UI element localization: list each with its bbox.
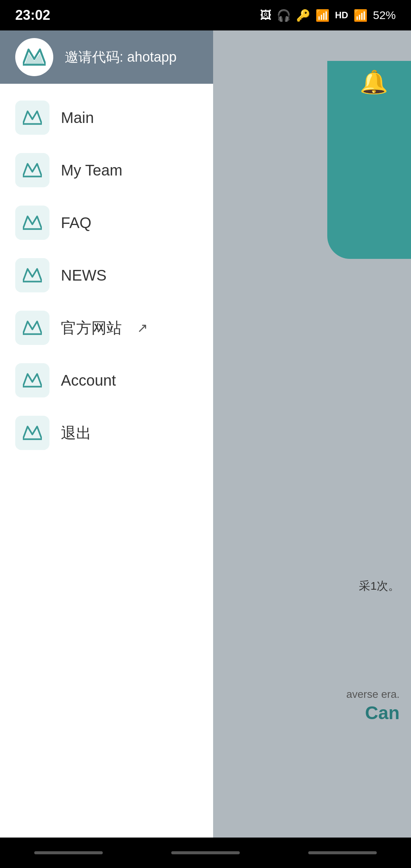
status-bar: 23:02 🖼 🎧 🔑 📶 HD 📶 52% (0, 0, 411, 30)
news-logo-icon (23, 267, 42, 283)
official-site-logo-icon (23, 320, 42, 336)
svg-marker-8 (23, 426, 42, 439)
svg-marker-7 (23, 374, 42, 386)
menu-label-account: Account (61, 372, 116, 389)
bg-text-2: averse era. (346, 688, 400, 700)
key-icon: 🔑 (296, 9, 310, 22)
menu-label-my-team: My Team (61, 162, 123, 179)
svg-marker-5 (23, 269, 42, 281)
menu-item-logout[interactable]: 退出 (0, 407, 213, 459)
menu-item-official-site[interactable]: 官方网站 ↗ (0, 302, 213, 354)
navigation-drawer: 邀请代码: ahotapp Main My Team (0, 30, 213, 838)
menu-label-news: NEWS (61, 267, 107, 284)
menu-item-my-team[interactable]: My Team (0, 144, 213, 196)
faq-logo-icon (23, 215, 42, 231)
svg-marker-2 (23, 111, 42, 124)
svg-marker-6 (23, 321, 42, 334)
menu-icon-news (15, 258, 49, 292)
image-icon: 🖼 (260, 9, 271, 22)
status-icons: 🖼 🎧 🔑 📶 HD 📶 52% (260, 9, 396, 22)
bg-text-3: Can (365, 702, 400, 723)
battery-indicator: 52% (373, 9, 396, 22)
logo-svg (23, 48, 46, 67)
my-team-logo-icon (23, 162, 42, 178)
main-logo-icon (23, 110, 42, 126)
nav-pill-center[interactable] (171, 851, 240, 854)
menu-label-official-site: 官方网站 (61, 318, 122, 338)
menu-icon-main (15, 101, 49, 135)
menu-label-faq: FAQ (61, 214, 91, 231)
bottom-nav-bar (0, 838, 411, 868)
menu-icon-logout (15, 416, 49, 450)
nav-pill-left[interactable] (34, 851, 103, 854)
menu-icon-my-team (15, 153, 49, 187)
account-logo-icon (23, 372, 42, 388)
app-logo (15, 38, 53, 76)
external-link-icon: ↗ (137, 320, 148, 335)
menu-label-main: Main (61, 109, 94, 126)
menu-item-main[interactable]: Main (0, 91, 213, 144)
hd-badge: HD (335, 10, 348, 21)
drawer-header: 邀请代码: ahotapp (0, 30, 213, 84)
menu-item-news[interactable]: NEWS (0, 249, 213, 302)
menu-item-account[interactable]: Account (0, 354, 213, 407)
menu-item-faq[interactable]: FAQ (0, 196, 213, 249)
svg-marker-3 (23, 164, 42, 176)
logout-logo-icon (23, 425, 42, 441)
notification-bell[interactable]: 🔔 (360, 69, 388, 96)
invite-code-text: 邀请代码: ahotapp (65, 48, 177, 67)
headphone-icon: 🎧 (277, 9, 291, 22)
nav-pill-right[interactable] (308, 851, 377, 854)
bg-text-1: 采1次。 (359, 578, 400, 594)
menu-icon-faq (15, 206, 49, 240)
svg-marker-4 (23, 216, 42, 229)
status-time: 23:02 (15, 7, 50, 23)
drawer-menu: Main My Team FAQ (0, 84, 213, 838)
menu-label-logout: 退出 (61, 423, 91, 444)
wifi-icon: 📶 (315, 9, 330, 22)
menu-icon-account (15, 363, 49, 397)
signal-icon: 📶 (354, 9, 368, 22)
menu-icon-official-site (15, 311, 49, 345)
bell-icon: 🔔 (360, 69, 388, 95)
